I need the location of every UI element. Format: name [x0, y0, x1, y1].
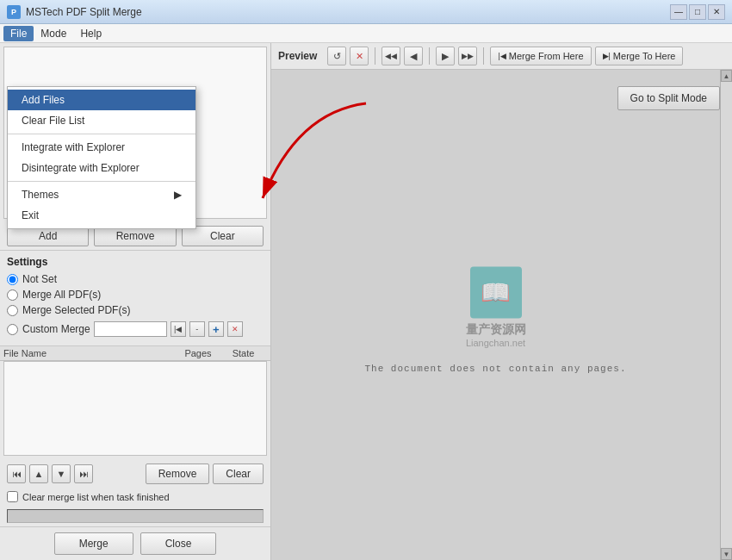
move-down-btn[interactable]: ▼ [52, 464, 71, 483]
toolbar-cancel-btn[interactable]: ✕ [350, 47, 369, 65]
preview-area: 📖 量产资源网 Liangchan.net The document does … [271, 70, 720, 560]
custom-merge-input[interactable] [94, 321, 167, 337]
menu-file[interactable]: File [3, 26, 34, 41]
menu-integrate-explorer[interactable]: Integrate with Explorer [8, 137, 195, 158]
right-panel: Go to Split Mode Preview ↺ ✕ ◀◀ ◀ ▶ ▶▶ |… [271, 43, 732, 560]
menu-help[interactable]: Help [73, 26, 109, 41]
table-header: File Name Pages State [0, 346, 270, 361]
clear-merge-checkbox-row: Clear merge list when task finished [0, 488, 270, 506]
radio-not-set-label: Not Set [22, 273, 57, 285]
menu-mode[interactable]: Mode [34, 26, 73, 41]
merge-list-remove-btn[interactable]: Remove [146, 464, 210, 484]
settings-section: Settings Not Set Merge All PDF(s) Merge … [0, 250, 270, 342]
radio-custom-merge[interactable]: Custom Merge [7, 323, 90, 335]
preview-scrollbar[interactable]: ▲ ▼ [720, 70, 732, 560]
app-icon: P [7, 5, 21, 19]
watermark: 📖 量产资源网 Liangchan.net [466, 266, 526, 347]
goto-split-btn[interactable]: Go to Split Mode [617, 86, 720, 110]
move-top-btn[interactable]: ⏮ [7, 464, 26, 483]
col-state-header: State [220, 348, 267, 358]
preview-toolbar: Preview ↺ ✕ ◀◀ ◀ ▶ ▶▶ |◀ Merge From Here… [271, 43, 732, 70]
custom-merge-row: Custom Merge |◀ - + ✕ [7, 321, 264, 337]
radio-merge-selected-input[interactable] [7, 305, 18, 316]
radio-custom-merge-label: Custom Merge [22, 323, 90, 335]
watermark-text: 量产资源网 [466, 321, 526, 337]
radio-merge-selected-label: Merge Selected PDF(s) [22, 304, 130, 316]
menu-disintegrate-explorer[interactable]: Disintegrate with Explorer [8, 158, 195, 178]
bottom-buttons: Merge Close [0, 526, 270, 560]
clear-merge-checkbox[interactable] [7, 491, 18, 502]
preview-empty-message: The document does not contain any pages. [364, 364, 626, 374]
menu-themes[interactable]: Themes ▶ [8, 184, 195, 205]
close-btn[interactable]: Close [140, 532, 217, 555]
settings-radio-group: Not Set Merge All PDF(s) Merge Selected … [7, 273, 264, 337]
radio-merge-selected[interactable]: Merge Selected PDF(s) [7, 304, 264, 316]
radio-merge-all[interactable]: Merge All PDF(s) [7, 289, 264, 301]
menu-exit[interactable]: Exit [8, 205, 195, 226]
merge-table: File Name Pages State [0, 345, 270, 460]
dropdown-menu: Add Files Clear File List Integrate with… [7, 86, 196, 229]
toolbar-next-page-btn[interactable]: ▶ [436, 47, 455, 65]
window-controls: — □ ✕ [670, 4, 725, 20]
menu-clear-file-list[interactable]: Clear File List [8, 110, 195, 131]
custom-merge-first-btn[interactable]: |◀ [171, 321, 186, 337]
scroll-down-btn[interactable]: ▼ [721, 548, 732, 560]
toolbar-last-page-btn[interactable]: ▶▶ [458, 47, 477, 65]
merge-btn[interactable]: Merge [54, 532, 133, 555]
settings-title: Settings [7, 256, 264, 268]
toolbar-first-page-btn[interactable]: ◀◀ [382, 47, 400, 65]
toolbar-sep-2 [429, 47, 430, 65]
title-bar: P MSTech PDF Split Merge — □ ✕ [0, 0, 732, 24]
merge-to-btn[interactable]: ▶| Merge To Here [595, 47, 684, 65]
scroll-up-btn[interactable]: ▲ [721, 70, 732, 82]
move-bottom-btn[interactable]: ⏭ [74, 464, 93, 483]
toolbar-rotate-btn[interactable]: ↺ [327, 47, 346, 65]
col-filename-header: File Name [3, 348, 177, 358]
merge-from-label: Merge From Here [509, 51, 584, 61]
clear-merge-label: Clear merge list when task finished [22, 492, 170, 502]
app-title: MSTech PDF Split Merge [26, 6, 670, 18]
scroll-track[interactable] [721, 82, 732, 548]
merge-list-buttons: ⏮ ▲ ▼ ⏭ Remove Clear [0, 460, 270, 488]
watermark-subtext: Liangchan.net [466, 337, 525, 347]
merge-list-clear-btn[interactable]: Clear [213, 464, 264, 484]
custom-merge-delete-btn[interactable]: ✕ [227, 321, 243, 337]
radio-not-set[interactable]: Not Set [7, 273, 264, 285]
move-up-btn[interactable]: ▲ [29, 464, 48, 483]
main-container: Add Files Clear File List Integrate with… [0, 43, 732, 560]
preview-title: Preview [278, 50, 317, 62]
toolbar-sep-3 [483, 47, 484, 65]
maximize-button[interactable]: □ [689, 4, 706, 20]
close-button[interactable]: ✕ [708, 4, 725, 20]
merge-from-btn[interactable]: |◀ Merge From Here [490, 47, 591, 65]
separator-1 [8, 134, 195, 134]
custom-merge-prev-btn[interactable]: - [189, 321, 205, 337]
watermark-logo: 📖 [470, 266, 522, 318]
radio-not-set-input[interactable] [7, 274, 18, 285]
merge-to-label: Merge To Here [613, 51, 676, 61]
custom-merge-add-btn[interactable]: + [208, 321, 224, 337]
col-pages-header: Pages [177, 348, 220, 358]
radio-merge-all-input[interactable] [7, 289, 18, 301]
menu-bar: File Mode Help [0, 24, 732, 43]
separator-2 [8, 181, 195, 182]
menu-add-files[interactable]: Add Files [8, 90, 195, 110]
radio-custom-merge-input[interactable] [7, 324, 18, 335]
progress-bar [7, 509, 264, 523]
toolbar-prev-page-btn[interactable]: ◀ [404, 47, 423, 65]
table-body[interactable] [3, 361, 267, 456]
minimize-button[interactable]: — [670, 4, 687, 20]
file-dropdown: Add Files Clear File List Integrate with… [7, 86, 196, 229]
toolbar-sep-1 [375, 47, 375, 65]
radio-merge-all-label: Merge All PDF(s) [22, 289, 101, 301]
